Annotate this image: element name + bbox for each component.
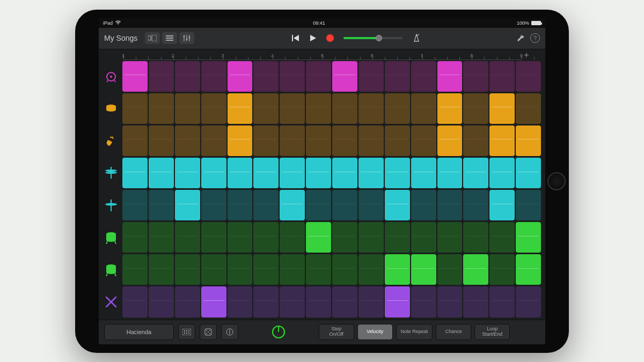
step-cell[interactable]	[122, 61, 148, 92]
step-cell[interactable]	[332, 254, 357, 285]
step-cell[interactable]	[489, 125, 515, 156]
step-cell[interactable]	[228, 286, 253, 317]
step-cell[interactable]	[201, 125, 226, 156]
step-cell[interactable]	[332, 222, 357, 253]
hihat-icon[interactable]	[101, 158, 121, 188]
tom2-icon[interactable]	[101, 254, 121, 285]
help-button[interactable]: ?	[530, 33, 540, 43]
step-cell[interactable]	[489, 61, 515, 92]
step-cell[interactable]	[253, 190, 279, 220]
step-cell[interactable]	[411, 61, 436, 92]
settings-button[interactable]	[516, 34, 525, 42]
step-cell[interactable]	[516, 61, 541, 92]
step-cell[interactable]	[385, 222, 410, 253]
step-cell[interactable]	[411, 222, 436, 253]
home-button[interactable]	[547, 172, 566, 190]
step-cell[interactable]	[332, 190, 357, 220]
step-cell[interactable]	[489, 286, 515, 317]
step-cell[interactable]	[516, 222, 541, 253]
timeline-ruler[interactable]: 123456789	[123, 50, 522, 60]
step-cell[interactable]	[358, 61, 384, 92]
sticks-icon[interactable]	[101, 286, 121, 317]
step-cell[interactable]	[385, 190, 410, 220]
step-cell[interactable]	[463, 125, 488, 156]
step-cell[interactable]	[358, 125, 384, 156]
step-cell[interactable]	[228, 61, 253, 92]
step-cell[interactable]	[385, 61, 410, 92]
step-cell[interactable]	[385, 158, 410, 188]
step-cell[interactable]	[437, 125, 463, 156]
step-cell[interactable]	[280, 93, 305, 124]
step-cell[interactable]	[122, 158, 148, 188]
step-cell[interactable]	[122, 286, 148, 317]
step-cell[interactable]	[175, 61, 200, 92]
step-cell[interactable]	[306, 158, 331, 188]
step-cell[interactable]	[358, 254, 384, 285]
step-cell[interactable]	[437, 222, 463, 253]
step-cell[interactable]	[228, 222, 253, 253]
step-cell[interactable]	[149, 125, 174, 156]
step-cell[interactable]	[253, 61, 279, 92]
step-cell[interactable]	[201, 222, 226, 253]
step-cell[interactable]	[280, 125, 305, 156]
step-cell[interactable]	[228, 190, 253, 220]
step-cell[interactable]	[175, 158, 200, 188]
step-cell[interactable]	[332, 93, 357, 124]
step-cell[interactable]	[201, 93, 226, 124]
preset-selector[interactable]: Hacienda	[104, 324, 174, 340]
step-cell[interactable]	[253, 125, 279, 156]
step-cell[interactable]	[358, 286, 384, 317]
step-cell[interactable]	[385, 254, 410, 285]
step-cell[interactable]	[306, 190, 331, 220]
step-cell[interactable]	[489, 158, 515, 188]
kick-drum-icon[interactable]	[101, 61, 121, 92]
my-songs-button[interactable]: My Songs	[104, 34, 137, 42]
randomize-button[interactable]	[200, 324, 217, 340]
step-cell[interactable]	[253, 222, 279, 253]
step-cell[interactable]	[175, 222, 200, 253]
step-cell[interactable]	[122, 93, 148, 124]
step-cell[interactable]	[358, 93, 384, 124]
step-cell[interactable]	[411, 125, 436, 156]
mode-chance-button[interactable]: Chance	[436, 324, 471, 340]
step-cell[interactable]	[280, 190, 305, 220]
step-cell[interactable]	[385, 286, 410, 317]
step-cell[interactable]	[201, 254, 226, 285]
step-cell[interactable]	[411, 190, 436, 220]
step-cell[interactable]	[280, 286, 305, 317]
step-cell[interactable]	[122, 190, 148, 220]
pattern-button[interactable]	[178, 324, 195, 340]
step-cell[interactable]	[437, 158, 463, 188]
step-cell[interactable]	[201, 286, 226, 317]
openhat-icon[interactable]	[101, 190, 121, 220]
step-cell[interactable]	[228, 158, 253, 188]
step-cell[interactable]	[411, 93, 436, 124]
step-cell[interactable]	[463, 61, 488, 92]
step-cell[interactable]	[149, 158, 174, 188]
step-cell[interactable]	[437, 254, 463, 285]
step-cell[interactable]	[437, 61, 463, 92]
step-cell[interactable]	[149, 61, 174, 92]
mode-loop-button[interactable]: LoopStart/End	[474, 324, 510, 340]
step-cell[interactable]	[516, 286, 541, 317]
step-cell[interactable]	[516, 254, 541, 285]
step-cell[interactable]	[149, 222, 174, 253]
step-cell[interactable]	[385, 125, 410, 156]
step-cell[interactable]	[358, 222, 384, 253]
step-cell[interactable]	[516, 190, 541, 220]
step-cell[interactable]	[149, 254, 174, 285]
step-cell[interactable]	[280, 61, 305, 92]
step-cell[interactable]	[306, 254, 331, 285]
step-cell[interactable]	[228, 254, 253, 285]
step-cell[interactable]	[280, 158, 305, 188]
master-volume-slider[interactable]	[343, 37, 402, 39]
step-cell[interactable]	[201, 158, 226, 188]
metronome-button[interactable]	[412, 34, 421, 42]
step-cell[interactable]	[280, 222, 305, 253]
mode-note-repeat-button[interactable]: Note Repeat	[396, 324, 433, 340]
step-cell[interactable]	[122, 254, 148, 285]
step-cell[interactable]	[411, 286, 436, 317]
step-cell[interactable]	[516, 158, 541, 188]
step-cell[interactable]	[306, 286, 331, 317]
step-cell[interactable]	[516, 125, 541, 156]
